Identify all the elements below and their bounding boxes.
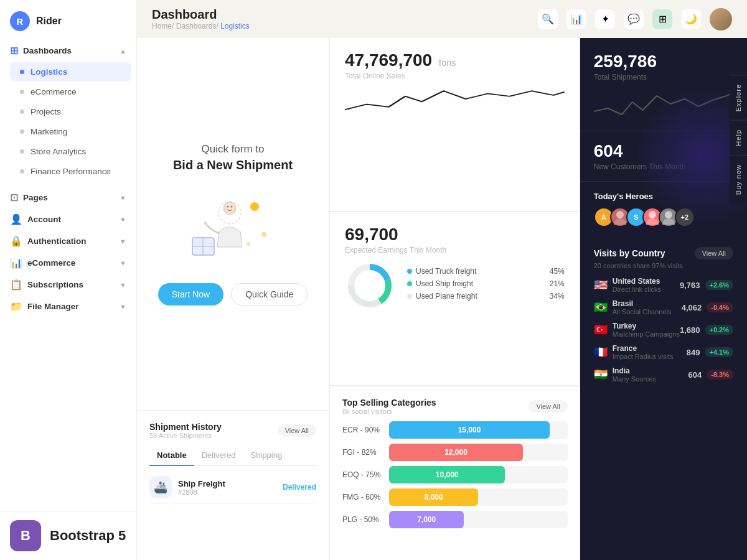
svg-point-5	[250, 202, 259, 211]
bar-eoq: 10,000	[389, 466, 505, 483]
quick-form-subtitle: Quick form to	[201, 143, 264, 156]
ecommerce-icon: 📊	[10, 257, 22, 269]
country-row-br: 🇧🇷 Brasil All Social Channels 4,062 -0.4…	[594, 299, 733, 315]
view-all-selling-button[interactable]: View All	[529, 400, 567, 413]
country-info-us: United States Direct link clicks	[613, 277, 661, 293]
tr-flag: 🇹🇷	[594, 323, 608, 337]
country-source-br: All Social Channels	[613, 308, 672, 315]
form-illustration	[183, 185, 283, 266]
grid-icon[interactable]: ⊞	[652, 9, 672, 29]
bar-label-plg: PLG - 50%	[342, 515, 383, 524]
country-name-tr: Turkey	[613, 322, 680, 330]
tab-shipping[interactable]: Shipping	[243, 447, 290, 466]
expected-earnings-label: Expected Earnings This Month	[345, 246, 565, 254]
pages-label: Pages	[23, 193, 48, 202]
tab-notable[interactable]: Notable	[149, 447, 194, 466]
ship-pct: 21%	[550, 279, 565, 288]
top-selling-header: Top Selling Categories 8k social visitor…	[342, 398, 568, 415]
sidebar-group-pages[interactable]: ⊡ Pages ▼	[0, 187, 136, 208]
country-value-fr: 849	[687, 348, 700, 357]
sidebar-group-authentication[interactable]: 🔒 Authentication ▼	[0, 230, 136, 252]
sidebar-group-account[interactable]: 👤 Account ▼	[0, 208, 136, 230]
chat-icon[interactable]: 💬	[624, 9, 644, 29]
country-change-tr: +0.2%	[705, 325, 734, 335]
quick-guide-button[interactable]: Quick Guide	[231, 283, 308, 306]
middle-column: 47,769,700 Tons Total Online Sales 69,70…	[330, 38, 580, 560]
sidebar-group-dashboards[interactable]: ⊞ Dashboards ▲	[0, 40, 136, 62]
total-shipments-number: 259,786	[594, 52, 657, 71]
bar-fmg: 8,000	[389, 488, 478, 506]
buy-now-tab[interactable]: Buy now	[730, 155, 747, 203]
truck-label: Used Truck freight	[416, 267, 476, 276]
sidebar-group-file-manager[interactable]: 📁 File Manager ▼	[0, 296, 136, 317]
svg-point-15	[616, 211, 624, 218]
sidebar-item-logistics[interactable]: Logistics	[10, 62, 131, 82]
user-avatar[interactable]	[710, 8, 732, 30]
legend-ship: Used Ship freight 21%	[407, 279, 565, 288]
country-value-br: 4,062	[682, 303, 702, 312]
shipment-status: Delivered	[283, 483, 316, 492]
sidebar: R Rider ⊞ Dashboards ▲ Logistics eCommer…	[0, 0, 137, 560]
sidebar-item-projects[interactable]: Projects	[10, 102, 131, 121]
country-info-br: Brasil All Social Channels	[613, 299, 672, 315]
search-icon[interactable]: 🔍	[538, 9, 558, 29]
start-now-button[interactable]: Start Now	[158, 283, 223, 306]
country-value-in: 604	[688, 370, 702, 380]
svg-point-8	[224, 202, 235, 213]
ship-dot	[407, 281, 412, 286]
help-tab[interactable]: Help	[730, 120, 747, 155]
svg-point-6	[261, 232, 266, 237]
total-shipments-label: Total Shipments	[594, 73, 733, 82]
inactive-dot	[20, 149, 24, 154]
theme-toggle[interactable]: 🌙	[681, 9, 701, 29]
sidebar-item-marketing[interactable]: Marketing	[10, 122, 131, 141]
country-info-fr: France Impact Radius visits	[613, 344, 674, 360]
svg-point-16	[649, 211, 656, 218]
explore-tab[interactable]: Explore	[730, 75, 747, 120]
country-left-fr: 🇫🇷 France Impact Radius visits	[594, 344, 674, 360]
legend-plane: Used Plane freight 34%	[407, 292, 565, 301]
visits-subtitle: 20 countries share 97% visits	[594, 262, 733, 269]
top-stats-row: 47,769,700 Tons Total Online Sales	[330, 38, 580, 212]
chart-icon[interactable]: 📊	[566, 9, 586, 29]
sidebar-item-label: Finance Performance	[31, 167, 111, 176]
country-name-us: United States	[613, 277, 661, 286]
chevron-down-icon: ▼	[120, 216, 126, 223]
shipment-item: 🚢 Ship Freight #2808 Delivered	[149, 471, 316, 504]
sidebar-logo[interactable]: R Rider	[0, 0, 136, 40]
quick-form-card: Quick form to Bid a New Shipment	[137, 38, 329, 411]
sidebar-item-finance-performance[interactable]: Finance Performance	[10, 162, 131, 181]
total-online-sales-label: Total Online Sales	[345, 72, 565, 80]
view-all-shipments-button[interactable]: View All	[278, 424, 316, 437]
auth-label: Authentication	[27, 236, 87, 246]
country-value-us: 9,763	[680, 281, 700, 290]
chevron-up-icon: ▲	[120, 47, 126, 55]
sidebar-item-store-analytics[interactable]: Store Analytics	[10, 142, 131, 161]
view-all-countries-button[interactable]: View All	[695, 247, 733, 259]
sidebar-item-label: Projects	[31, 107, 61, 116]
shipment-name: Ship Freight	[178, 479, 276, 488]
dashboards-icon: ⊞	[10, 45, 18, 57]
breadcrumb: Home/ Dashboards/ Logistics	[152, 22, 250, 30]
country-right-us: 9,763 +2.6%	[680, 280, 733, 290]
bar-row-fmg: FMG - 60% 8,000	[342, 488, 568, 506]
country-source-us: Direct link clicks	[613, 286, 661, 293]
sidebar-item-ecommerce[interactable]: eCommerce	[10, 82, 131, 101]
settings-icon[interactable]: ✦	[595, 9, 615, 29]
ship-label: Used Ship freight	[416, 279, 473, 288]
country-source-in: Many Sources	[613, 375, 656, 383]
subscriptions-icon: 📋	[10, 279, 22, 291]
country-info-tr: Turkey Mailchimp Campaigns	[613, 322, 680, 338]
total-online-sales-card: 47,769,700 Tons Total Online Sales	[330, 38, 580, 212]
tab-delivered[interactable]: Delivered	[194, 447, 243, 466]
sidebar-group-ecommerce[interactable]: 📊 eCommerce ▼	[0, 252, 136, 274]
donut-chart	[345, 261, 395, 310]
country-left-tr: 🇹🇷 Turkey Mailchimp Campaigns	[594, 322, 680, 338]
file-manager-icon: 📁	[10, 301, 22, 312]
inactive-dot	[20, 110, 24, 114]
ecommerce-label: eCommerce	[27, 258, 75, 268]
chevron-down-icon: ▼	[120, 238, 126, 245]
bar-ecr: 15,000	[389, 421, 550, 439]
sidebar-group-subscriptions[interactable]: 📋 Subscriptions ▼	[0, 274, 136, 296]
expected-earnings-number: 69,700	[345, 225, 565, 245]
